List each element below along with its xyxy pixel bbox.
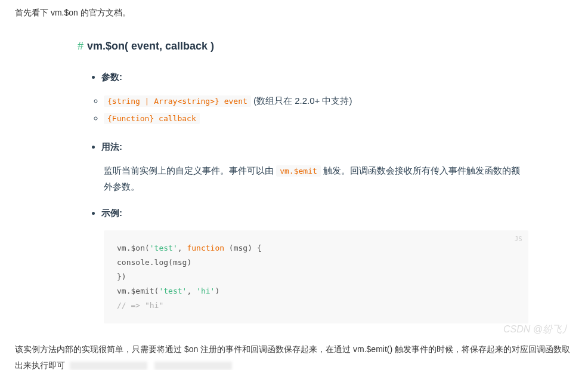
param-item-callback: {Function} callback	[104, 110, 528, 126]
usage-code: vm.$emit	[276, 165, 321, 177]
param-code-callback: {Function} callback	[104, 113, 200, 124]
intro-text: 首先看下 vm.$on 的官方文档。	[15, 6, 576, 20]
params-label: 参数:	[101, 72, 122, 82]
api-title: vm.$on( event, callback )	[87, 37, 214, 56]
example-label: 示例:	[101, 208, 122, 218]
redacted-block	[70, 362, 147, 370]
watermark-csdn-1: CSDN @纷飞丿	[503, 321, 571, 337]
doc-section: # vm.$on( event, callback ) 参数: {string …	[78, 37, 528, 323]
api-heading: # vm.$on( event, callback )	[78, 37, 528, 56]
param-code-event: {string | Array<string>} event	[104, 95, 251, 107]
redacted-block	[154, 362, 232, 370]
usage-label: 用法:	[101, 141, 122, 152]
code-lang-badge: JS	[515, 234, 522, 245]
param-note-event: (数组只在 2.2.0+ 中支持)	[253, 95, 352, 106]
bottom-paragraph: 该实例方法内部的实现很简单，只需要将通过 $on 注册的事件和回调函数保存起来，…	[15, 341, 576, 370]
hash-link[interactable]: #	[78, 37, 83, 56]
usage-text: 监听当前实例上的自定义事件。事件可以由 vm.$emit 触发。回调函数会接收所…	[104, 162, 528, 195]
example-code-block: JS vm.$on('test', function (msg) { conso…	[104, 230, 528, 323]
param-item-event: {string | Array<string>} event (数组只在 2.2…	[104, 93, 528, 109]
